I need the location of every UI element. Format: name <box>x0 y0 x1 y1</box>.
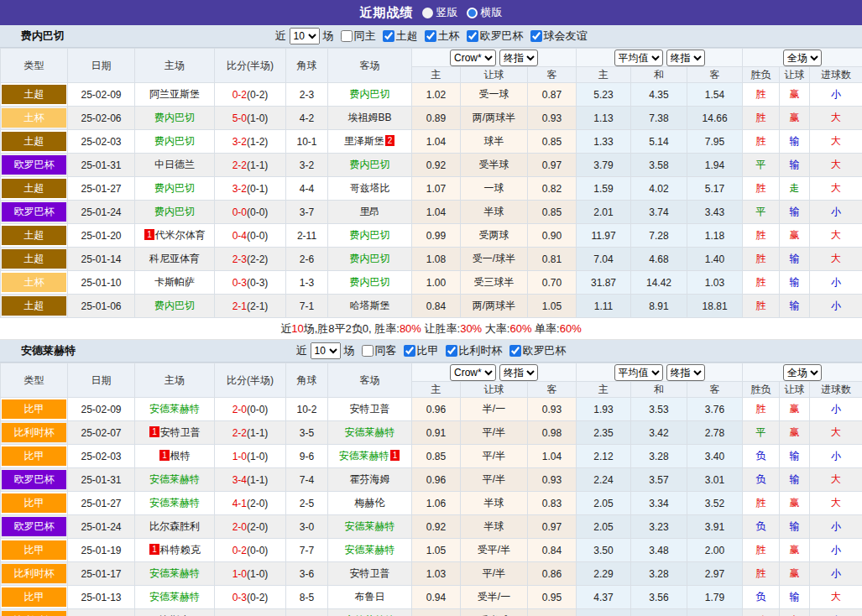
league-checkbox[interactable] <box>467 30 478 42</box>
avg-home-cell: 2.05 <box>577 515 631 539</box>
bookmaker-select[interactable]: Crow* <box>450 364 496 381</box>
fulltime-score: 2-2 <box>232 159 247 171</box>
home-team-cell: 1代米尔体育 <box>135 224 215 248</box>
avg-draw-cell: 4.35 <box>631 83 687 107</box>
score-cell: 2-0(2-0) <box>215 515 286 539</box>
league-filter[interactable]: 比甲 <box>400 343 439 358</box>
result-cell: 胜 <box>743 248 780 271</box>
odds-home-cell: 0.85 <box>412 445 461 468</box>
avg-home-cell: 1.93 <box>577 398 631 421</box>
result-cell: 小 <box>810 609 862 616</box>
league-filter[interactable]: 比利时杯 <box>442 343 503 358</box>
date-cell: 25-01-19 <box>68 539 135 562</box>
recent-count-select[interactable]: 10 <box>311 342 341 359</box>
handicap-cell: 受半/一 <box>461 586 528 609</box>
league-checkbox[interactable] <box>404 345 415 357</box>
odds-stage-select[interactable]: 终指 <box>499 50 538 66</box>
score-cell: 0-0(0-0) <box>215 201 286 224</box>
handicap-cell: 一球 <box>461 177 528 201</box>
summary-part: 80% <box>400 322 421 335</box>
sub-column-header: 客 <box>687 67 743 83</box>
avg-home-cell: 2.24 <box>577 468 631 492</box>
league-checkbox[interactable] <box>425 30 436 42</box>
home-team-cell: 安德莱赫特 <box>135 398 215 421</box>
sub-column-header: 让球 <box>780 382 810 398</box>
radio-icon[interactable] <box>422 8 433 18</box>
league-filter[interactable]: 欧罗巴杯 <box>506 343 567 358</box>
league-type-badge: 欧罗巴杯 <box>2 202 66 222</box>
corner-cell: 2-3 <box>286 83 328 107</box>
league-checkbox[interactable] <box>383 30 394 42</box>
sub-column-header: 客 <box>528 382 577 398</box>
league-type-cell: 欧罗巴杯 <box>1 515 68 539</box>
avg-draw-cell: 3.42 <box>631 421 687 445</box>
scope-select[interactable]: 全场 <box>783 364 822 381</box>
team-name: 科尼亚体育 <box>149 253 200 264</box>
odds-away-cell: 0.93 <box>528 398 577 421</box>
result-cell: 大 <box>810 130 862 154</box>
away-team-cell: 安德莱赫特 <box>328 515 412 539</box>
odds-stage-select[interactable]: 终指 <box>499 364 538 381</box>
league-checkbox[interactable] <box>530 30 542 42</box>
odds-away-cell: 0.93 <box>528 468 577 492</box>
league-type-badge: 比甲 <box>2 493 66 513</box>
same-venue-filter[interactable]: 同主 <box>337 29 376 44</box>
average-select[interactable]: 平均值 <box>614 50 663 66</box>
league-filter[interactable]: 欧罗巴杯 <box>463 29 524 44</box>
avg-home-cell: 2.12 <box>577 445 631 468</box>
average-select[interactable]: 平均值 <box>614 364 663 381</box>
avg-home-cell: 2.29 <box>577 562 631 586</box>
team-name: 安德莱赫特 <box>149 591 200 603</box>
team-name: 费内巴切 <box>350 159 390 170</box>
date-cell: 25-01-10 <box>68 271 135 295</box>
sub-column-header: 主 <box>412 382 461 398</box>
sub-column-header: 和 <box>631 67 687 83</box>
games-label: 场 <box>323 29 334 44</box>
home-team-cell: 费内巴切 <box>135 295 215 318</box>
same-venue-filter[interactable]: 同客 <box>358 343 397 358</box>
league-checkbox[interactable] <box>509 345 521 357</box>
score-cell: 2-3(2-2) <box>215 248 286 271</box>
league-filter[interactable]: 土超 <box>379 29 418 44</box>
odds-home-cell: 1.06 <box>412 492 461 515</box>
odds-away-cell: 0.82 <box>528 177 577 201</box>
score-cell: 5-0(1-0) <box>215 107 286 130</box>
average-stage-select[interactable]: 终指 <box>666 364 705 381</box>
result-cell: 胜 <box>743 609 780 616</box>
same-venue-checkbox[interactable] <box>362 345 374 357</box>
avg-draw-cell: 3.48 <box>631 539 687 562</box>
team-section: 安德莱赫特 近 10 场 同客 比甲 比利时杯 欧罗巴杯 <box>0 340 862 616</box>
fulltime-score: 1-0 <box>232 568 247 580</box>
result-cell: 输 <box>780 248 810 271</box>
fulltime-score: 3-2 <box>232 183 247 195</box>
match-row: 比利时杯 25-02-07 1安特卫普 2-2(1-1) 3-5 安德莱赫特 0… <box>1 421 862 445</box>
red-card-badge: 2 <box>385 135 395 146</box>
average-stage-select[interactable]: 终指 <box>666 50 705 66</box>
handicap-cell: 受半球 <box>461 609 528 616</box>
team-name: 科特赖克 <box>160 544 201 556</box>
radio-icon[interactable] <box>467 8 478 18</box>
team-name: 费内巴切 <box>350 253 390 264</box>
halftime-score: (0-0) <box>247 545 268 556</box>
team-name: 哈塔斯堡 <box>350 300 390 311</box>
scope-select[interactable]: 全场 <box>783 50 822 66</box>
home-team-cell: 卡斯帕萨 <box>135 271 215 295</box>
league-filter[interactable]: 土杯 <box>421 29 460 44</box>
team-name: 梅赫伦 <box>355 497 385 509</box>
red-card-badge: 1 <box>144 229 154 240</box>
layout-radio-vertical[interactable]: 竖版 <box>422 5 458 20</box>
layout-radio-horizontal[interactable]: 横版 <box>467 5 503 20</box>
home-team-cell: 1安特卫普 <box>135 421 215 445</box>
league-filter[interactable]: 球会友谊 <box>527 29 588 44</box>
bookmaker-select[interactable]: Crow* <box>450 50 496 66</box>
result-cell: 赢 <box>780 224 810 248</box>
away-team-cell: 哥兹塔比 <box>328 177 412 201</box>
result-cell: 胜 <box>743 177 780 201</box>
same-venue-checkbox[interactable] <box>341 30 353 42</box>
odds-home-cell: 1.05 <box>412 539 461 562</box>
date-cell: 25-01-24 <box>68 201 135 224</box>
league-checkbox[interactable] <box>446 345 457 357</box>
away-team-cell: 安德莱赫特1 <box>328 445 412 468</box>
league-type-cell: 比甲 <box>1 445 68 468</box>
recent-count-select[interactable]: 10 <box>290 28 320 44</box>
